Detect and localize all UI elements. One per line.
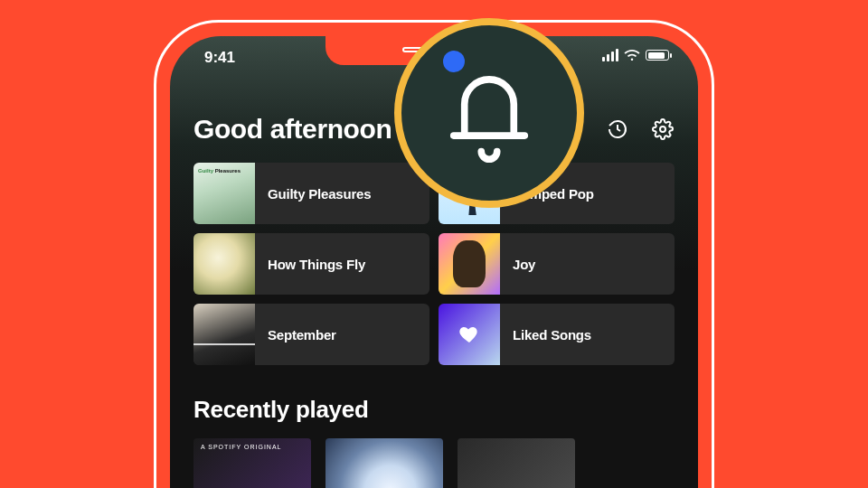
recent-item[interactable] — [458, 438, 575, 488]
notification-bell-callout — [394, 18, 584, 208]
recent-item[interactable] — [326, 438, 443, 488]
recent-item-tag: A SPOTIFY ORIGINAL — [201, 444, 281, 450]
quick-pick-label: September — [255, 327, 336, 343]
svg-point-0 — [660, 127, 665, 132]
quick-pick-label: How Things Fly — [255, 257, 365, 272]
status-time: 9:41 — [204, 49, 235, 67]
recently-played-row: A SPOTIFY ORIGINAL — [193, 438, 675, 488]
quick-pick-joy[interactable]: Joy — [439, 233, 675, 295]
playlist-art — [193, 304, 255, 365]
playlist-art — [439, 304, 500, 365]
cellular-signal-icon — [602, 49, 618, 61]
greeting-title: Good afternoon — [193, 114, 392, 145]
recently-played-title: Recently played — [193, 396, 675, 424]
settings-button[interactable] — [651, 117, 675, 141]
playlist-art — [193, 233, 255, 295]
history-icon — [607, 118, 628, 140]
status-right — [602, 49, 669, 61]
quick-pick-label: Liked Songs — [500, 327, 591, 343]
playlist-art: Guilty Pleasures — [193, 163, 255, 224]
playlist-art — [439, 233, 500, 295]
quick-picks-grid: Guilty Pleasures Guilty Pleasures Pumped… — [193, 163, 675, 365]
wifi-icon — [624, 49, 640, 61]
quick-pick-september[interactable]: September — [193, 304, 429, 365]
history-button[interactable] — [606, 117, 629, 141]
notification-dot — [443, 51, 465, 72]
recent-item[interactable]: A SPOTIFY ORIGINAL — [193, 438, 311, 488]
quick-pick-guilty-pleasures[interactable]: Guilty Pleasures Guilty Pleasures — [193, 163, 429, 224]
quick-pick-liked-songs[interactable]: Liked Songs — [439, 304, 675, 365]
heart-icon — [458, 324, 480, 345]
gear-icon — [652, 118, 674, 140]
quick-pick-how-things-fly[interactable]: How Things Fly — [193, 233, 429, 295]
quick-pick-label: Joy — [500, 257, 535, 272]
bell-large-icon — [439, 59, 539, 167]
quick-pick-label: Guilty Pleasures — [255, 186, 371, 202]
battery-icon — [646, 50, 669, 61]
